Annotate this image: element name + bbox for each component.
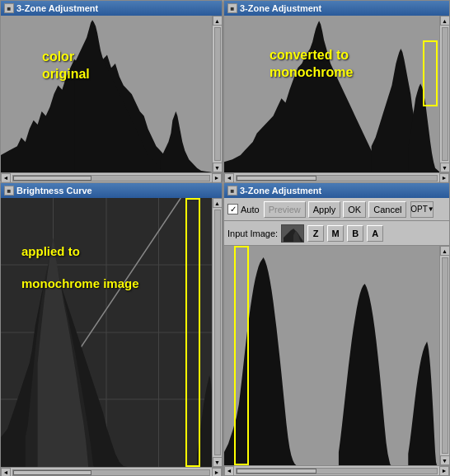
histogram-tr: converted tomonochrome bbox=[224, 16, 439, 172]
hscroll-track-bl bbox=[12, 469, 210, 476]
vscroll-track-bl bbox=[214, 210, 221, 455]
hscroll-left-bl[interactable]: ◄ bbox=[1, 468, 11, 477]
title-brightness-curve: Brightness Curve bbox=[16, 186, 92, 196]
window-icon-bl: ■ bbox=[4, 186, 14, 196]
titlebar-zone-adjustment: ■ 3-Zone Adjustment bbox=[224, 183, 449, 198]
titlebar-monochrome: ■ 3-Zone Adjustment bbox=[224, 1, 449, 16]
hscroll-thumb-bl[interactable] bbox=[13, 470, 91, 475]
panel-brightness-curve: ■ Brightness Curve applied tomonochrome … bbox=[0, 182, 223, 476]
ok-button[interactable]: OK bbox=[343, 201, 366, 218]
vscroll-up-tl[interactable]: ▲ bbox=[213, 16, 223, 26]
hscroll-left-tl[interactable]: ◄ bbox=[1, 173, 11, 183]
vscroll-track-br bbox=[442, 257, 448, 454]
histogram-br bbox=[224, 246, 439, 465]
vscroll-down-bl[interactable]: ▼ bbox=[213, 457, 223, 467]
panel-zone-adjustment: ■ 3-Zone Adjustment ✓ Auto Preview Apply… bbox=[223, 182, 450, 476]
vscroll-down-tr[interactable]: ▼ bbox=[440, 163, 450, 172]
vscroll-up-br[interactable]: ▲ bbox=[440, 246, 450, 256]
histogram-tl: colororiginal bbox=[1, 16, 212, 172]
title-monochrome: 3-Zone Adjustment bbox=[240, 3, 321, 13]
zone-btn-a[interactable]: A bbox=[367, 225, 383, 242]
vscroll-up-bl[interactable]: ▲ bbox=[213, 198, 223, 208]
hscroll-track-tl bbox=[12, 175, 210, 181]
input-image-bar: Input Image: Z M B A bbox=[224, 221, 449, 246]
hscroll-track-br bbox=[236, 468, 438, 474]
hscroll-thumb-br[interactable] bbox=[237, 469, 316, 474]
titlebar-color-original: ■ 3-Zone Adjustment bbox=[1, 1, 222, 16]
hscroll-left-br[interactable]: ◄ bbox=[224, 466, 234, 476]
hscrollbar-bl[interactable]: ◄ ► bbox=[1, 467, 222, 476]
auto-checkbox[interactable]: ✓ bbox=[227, 204, 238, 214]
auto-label: Auto bbox=[241, 205, 260, 214]
hscroll-thumb-tr[interactable] bbox=[237, 176, 316, 181]
vscrollbar-tr[interactable]: ▲ ▼ bbox=[439, 16, 449, 172]
titlebar-brightness-curve: ■ Brightness Curve bbox=[1, 183, 222, 198]
label-applied: applied tomonochrome image bbox=[21, 243, 139, 292]
opt-button[interactable]: OPT ▼ bbox=[410, 201, 434, 218]
hscroll-left-tr[interactable]: ◄ bbox=[224, 173, 234, 183]
hscroll-thumb-tl[interactable] bbox=[13, 176, 91, 181]
vscroll-up-tr[interactable]: ▲ bbox=[440, 16, 450, 26]
zone-btn-m[interactable]: M bbox=[327, 225, 344, 242]
zone-btn-z[interactable]: Z bbox=[307, 225, 324, 242]
window-icon-tl: ■ bbox=[4, 3, 14, 13]
cancel-button[interactable]: Cancel bbox=[368, 201, 406, 218]
histogram-br-container: ▲ ▼ ◄ ► bbox=[224, 246, 449, 475]
vscrollbar-tl[interactable]: ▲ ▼ bbox=[212, 16, 222, 172]
label-monochrome: converted tomonochrome bbox=[270, 47, 353, 82]
vscrollbar-bl[interactable]: ▲ ▼ bbox=[212, 198, 222, 467]
hscroll-right-bl[interactable]: ► bbox=[212, 468, 222, 477]
panel-monochrome: ■ 3-Zone Adjustment converted tomonochro… bbox=[223, 0, 450, 181]
thumbnail-preview bbox=[281, 224, 304, 243]
vscroll-down-tl[interactable]: ▼ bbox=[213, 163, 223, 172]
zone-btn-b[interactable]: B bbox=[347, 225, 363, 242]
window-icon-br: ■ bbox=[227, 186, 237, 196]
controls-bar: ✓ Auto Preview Apply OK Cancel OPT ▼ bbox=[224, 198, 449, 221]
curve-area: applied tomonochrome image bbox=[1, 198, 212, 467]
hscrollbar-br[interactable]: ◄ ► bbox=[224, 465, 449, 475]
hscroll-right-tr[interactable]: ► bbox=[439, 173, 449, 183]
panel-color-original: ■ 3-Zone Adjustment colororiginal bbox=[0, 0, 223, 181]
apply-button[interactable]: Apply bbox=[308, 201, 341, 218]
hscroll-right-br[interactable]: ► bbox=[439, 466, 449, 476]
input-image-label: Input Image: bbox=[227, 229, 278, 238]
title-color-original: 3-Zone Adjustment bbox=[16, 3, 98, 13]
hscroll-right-tl[interactable]: ► bbox=[212, 173, 222, 183]
hscroll-track-tr bbox=[236, 175, 438, 181]
title-zone-adjustment: 3-Zone Adjustment bbox=[240, 186, 321, 196]
vscroll-track-tr bbox=[442, 27, 448, 161]
vscrollbar-br[interactable]: ▲ ▼ bbox=[439, 246, 449, 465]
window-icon-tr: ■ bbox=[227, 3, 237, 13]
vscroll-down-br[interactable]: ▼ bbox=[440, 455, 450, 465]
label-color-original: colororiginal bbox=[42, 49, 90, 83]
hscrollbar-tr[interactable]: ◄ ► bbox=[224, 172, 449, 182]
vscroll-track-tl bbox=[214, 27, 221, 161]
preview-button[interactable]: Preview bbox=[264, 201, 306, 218]
hscrollbar-tl[interactable]: ◄ ► bbox=[1, 172, 222, 182]
